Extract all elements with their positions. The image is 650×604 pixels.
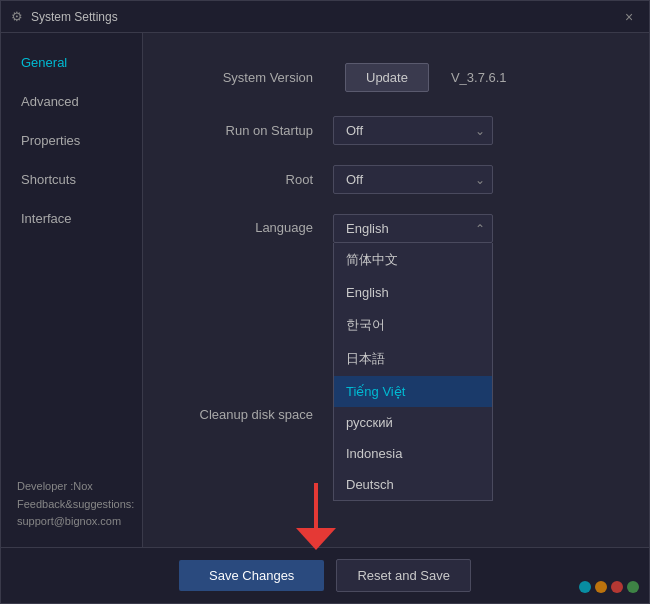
root-control: Off On ⌄ [333,165,619,194]
sidebar-item-interface[interactable]: Interface [1,199,142,238]
update-button[interactable]: Update [345,63,429,92]
main-content: System Version Update V_3.7.6.1 Run on S… [143,33,649,547]
version-label: System Version [173,70,333,85]
root-label: Root [173,172,333,187]
startup-control: Off On ⌄ [333,116,619,145]
lang-option-vietnamese[interactable]: Tiếng Việt [334,376,492,407]
language-select-wrapper: English ⌃ 简体中文 English 한국어 日本語 Tiếng Việ… [333,214,493,243]
reset-save-button[interactable]: Reset and Save [336,559,471,592]
version-row: System Version Update V_3.7.6.1 [173,63,619,92]
close-button[interactable]: × [625,10,639,24]
lang-option-japanese[interactable]: 日本語 [334,342,492,376]
sidebar: General Advanced Properties Shortcuts In… [1,33,143,547]
lang-option-indonesian[interactable]: Indonesia [334,438,492,469]
dot-cyan [579,581,591,593]
gear-icon: ⚙ [11,9,23,24]
sidebar-item-general[interactable]: General [1,43,142,82]
language-select[interactable]: English [333,214,493,243]
sidebar-item-properties[interactable]: Properties [1,121,142,160]
title-bar-left: ⚙ System Settings [11,9,118,24]
root-row: Root Off On ⌄ [173,165,619,194]
dot-green [627,581,639,593]
root-select[interactable]: Off On [333,165,493,194]
support-email: support@bignox.com [17,513,126,531]
startup-select-wrapper: Off On ⌄ [333,116,493,145]
language-dropdown-list: 简体中文 English 한국어 日本語 Tiếng Việt русский … [333,243,493,501]
language-control: English ⌃ 简体中文 English 한국어 日本語 Tiếng Việ… [333,214,619,243]
lang-option-korean[interactable]: 한국어 [334,308,492,342]
save-changes-button[interactable]: Save Changes [179,560,324,591]
language-label: Language [173,214,333,235]
sidebar-footer: Developer :Nox Feedback&suggestions: sup… [1,462,142,547]
title-bar: ⚙ System Settings × [1,1,649,33]
lang-option-english[interactable]: English [334,277,492,308]
bottom-bar: Save Changes Reset and Save [1,547,649,603]
root-select-wrapper: Off On ⌄ [333,165,493,194]
startup-select[interactable]: Off On [333,116,493,145]
window-title: System Settings [31,10,118,24]
content-area: General Advanced Properties Shortcuts In… [1,33,649,547]
dot-orange [595,581,607,593]
system-settings-window: ⚙ System Settings × General Advanced Pro… [0,0,650,604]
lang-option-german[interactable]: Deutsch [334,469,492,500]
dot-red [611,581,623,593]
version-number: V_3.7.6.1 [451,70,507,85]
sidebar-item-advanced[interactable]: Advanced [1,82,142,121]
lang-option-russian[interactable]: русский [334,407,492,438]
lang-option-chinese[interactable]: 简体中文 [334,243,492,277]
sidebar-item-shortcuts[interactable]: Shortcuts [1,160,142,199]
developer-label: Developer :Nox [17,478,126,496]
language-row: Language English ⌃ 简体中文 English 한국어 日本語 [173,214,619,243]
watermark [579,581,639,593]
feedback-label: Feedback&suggestions: [17,496,126,514]
cleanup-label: Cleanup disk space [173,403,333,422]
startup-row: Run on Startup Off On ⌄ [173,116,619,145]
startup-label: Run on Startup [173,123,333,138]
